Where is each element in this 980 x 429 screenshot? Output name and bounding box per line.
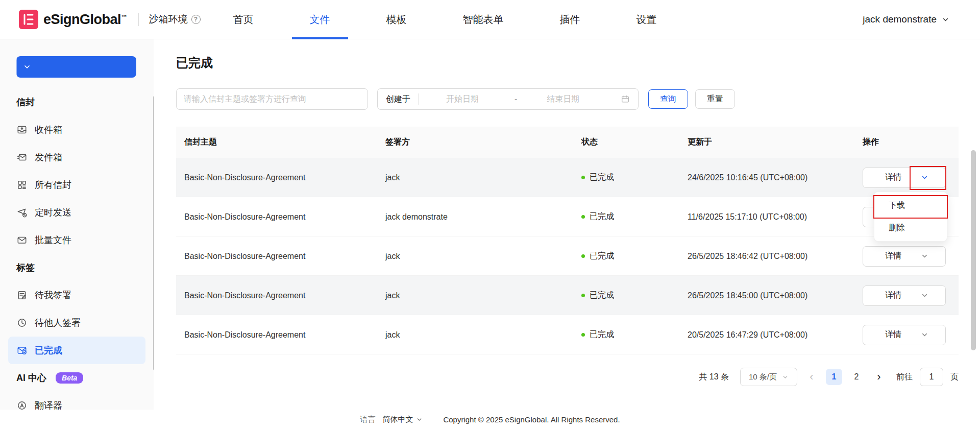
nav-tab[interactable]: 插件 <box>560 0 580 39</box>
nav-tab[interactable]: 首页 <box>233 0 254 39</box>
chevron-down-icon <box>416 416 423 423</box>
clock-icon <box>16 317 28 328</box>
detail-button[interactable]: 详情 <box>863 168 946 188</box>
sidebar-item[interactable]: 批量文件 <box>0 226 154 254</box>
search-input[interactable] <box>176 88 368 110</box>
query-button[interactable]: 查询 <box>648 89 688 109</box>
sidebar-item-label: 翻译器 <box>35 399 62 410</box>
sidebar-item[interactable]: 待我签署 <box>0 281 154 309</box>
language-label: 语言 <box>360 415 375 424</box>
sidebar-item[interactable]: 翻译器 <box>0 392 154 410</box>
signer-name: jack demonstrate <box>385 212 581 222</box>
action-cell: 详情 <box>863 236 959 276</box>
page-numbers: 12 <box>826 369 865 385</box>
brand-name: eSignGlobal™ <box>43 12 127 28</box>
envelope-subject: Basic-Non-Disclosure-Agreement <box>176 330 385 340</box>
status-cell: 已完成 <box>581 290 688 301</box>
envelope-subject: Basic-Non-Disclosure-Agreement <box>176 173 385 182</box>
nav-tab[interactable]: 文件 <box>310 0 330 39</box>
envelope-subject: Basic-Non-Disclosure-Agreement <box>176 212 385 222</box>
end-date-field[interactable]: 结束日期 <box>547 94 579 105</box>
status-dot-icon <box>581 294 585 297</box>
updated-at: 24/6/2025 10:16:45 (UTC+08:00) <box>688 173 863 182</box>
status-cell: 已完成 <box>581 172 688 183</box>
table-row[interactable]: Basic-Non-Disclosure-Agreementjack已完成26/… <box>176 276 959 315</box>
sidebar-item-label: 所有信封 <box>35 179 71 191</box>
envelope-subject: Basic-Non-Disclosure-Agreement <box>176 291 385 300</box>
status-text: 已完成 <box>590 172 614 183</box>
send-options-toggle[interactable] <box>17 56 37 78</box>
sidebar-item[interactable]: 收件箱 <box>0 116 154 144</box>
detail-label: 详情 <box>885 172 901 183</box>
sidebar-item[interactable]: 已完成 <box>8 337 145 364</box>
chevron-down-icon[interactable] <box>921 174 928 181</box>
column-header: 状态 <box>581 137 688 148</box>
send-envelope-button[interactable]: 发送信封 <box>16 56 136 78</box>
signer-name: jack <box>385 173 581 182</box>
status-dot-icon <box>581 333 585 337</box>
sidebar-item[interactable]: 发件箱 <box>0 144 154 171</box>
table-row[interactable]: Basic-Non-Disclosure-Agreementjack已完成24/… <box>176 158 959 197</box>
action-cell: 详情下载删除 <box>863 158 959 197</box>
main-nav: 首页文件模板智能表单插件设置 <box>233 0 657 39</box>
detail-button[interactable]: 详情 <box>863 246 946 267</box>
reset-button[interactable]: 重置 <box>695 89 735 109</box>
detail-button[interactable]: 详情 <box>863 325 946 345</box>
table-header-row: 信封主题签署方状态更新于操作 <box>176 127 959 158</box>
page-scrollbar[interactable] <box>971 150 976 350</box>
completed-mail-icon <box>16 345 28 356</box>
dropdown-item[interactable]: 删除 <box>874 217 947 239</box>
chevron-down-icon[interactable] <box>921 292 928 299</box>
envelope-subject: Basic-Non-Disclosure-Agreement <box>176 252 385 261</box>
next-page-button[interactable]: › <box>872 370 886 384</box>
footer: 语言 简体中文 Copyright © 2025 eSignGlobal. Al… <box>0 410 980 429</box>
status-cell: 已完成 <box>581 211 688 222</box>
dropdown-item[interactable]: 下载 <box>874 194 947 217</box>
sidebar-menu: 信封收件箱发件箱所有信封定时发送批量文件标签待我签署待他人签署已完成AI 中心B… <box>0 88 154 410</box>
column-header: 操作 <box>863 137 959 148</box>
page-unit-label: 页 <box>950 372 959 383</box>
table-row[interactable]: Basic-Non-Disclosure-Agreementjack已完成20/… <box>176 315 959 354</box>
table-row[interactable]: Basic-Non-Disclosure-Agreementjack demon… <box>176 197 959 236</box>
start-date-field[interactable]: 开始日期 <box>446 94 479 105</box>
help-question-icon[interactable]: ? <box>191 15 201 24</box>
brand-logo[interactable]: eSignGlobal™ <box>19 10 127 29</box>
nav-tab[interactable]: 模板 <box>386 0 407 39</box>
sidebar-section-label: 信封 <box>0 88 154 116</box>
chevron-down-icon[interactable] <box>921 252 928 260</box>
scheduled-send-icon <box>16 207 28 218</box>
goto-page-input[interactable] <box>920 368 943 386</box>
sidebar-item[interactable]: 待他人签署 <box>0 309 154 337</box>
status-dot-icon <box>581 176 585 179</box>
page-size-select[interactable]: 10 条/页 <box>740 368 797 386</box>
user-menu[interactable]: jack demonstrate <box>863 14 949 25</box>
envelopes-table: 信封主题签署方状态更新于操作 Basic-Non-Disclosure-Agre… <box>176 127 959 354</box>
created-at-label: 创建于 <box>386 94 410 105</box>
pagination: 共 13 条 10 条/页 ‹ 12 › 前往 页 <box>176 368 959 386</box>
table-row[interactable]: Basic-Non-Disclosure-Agreementjack已完成26/… <box>176 236 959 276</box>
language-select[interactable]: 简体中文 <box>382 415 423 424</box>
action-cell: 详情 <box>863 276 959 315</box>
sidebar-scrollbar[interactable] <box>153 96 154 371</box>
filter-bar: 创建于 开始日期 - 结束日期 查询 重置 <box>176 88 959 110</box>
sidebar-item[interactable]: 所有信封 <box>0 171 154 199</box>
date-range-picker[interactable]: 创建于 开始日期 - 结束日期 <box>377 88 639 110</box>
chevron-down-icon[interactable] <box>921 331 928 339</box>
detail-label: 详情 <box>885 329 901 340</box>
prev-page-button[interactable]: ‹ <box>804 370 819 384</box>
nav-tab[interactable]: 设置 <box>636 0 657 39</box>
total-count: 共 13 条 <box>699 372 729 383</box>
updated-at: 11/6/2025 15:17:10 (UTC+08:00) <box>688 212 863 222</box>
signer-name: jack <box>385 252 581 261</box>
action-dropdown-menu: 下载删除 <box>874 192 947 242</box>
page-number-button[interactable]: 2 <box>848 369 865 385</box>
detail-button[interactable]: 详情 <box>863 285 946 306</box>
page-number-button[interactable]: 1 <box>826 369 842 385</box>
column-header: 签署方 <box>385 137 581 148</box>
status-dot-icon <box>581 254 585 258</box>
status-text: 已完成 <box>590 211 614 222</box>
all-envelopes-icon <box>16 179 28 190</box>
esign-logo-icon <box>19 10 38 29</box>
sidebar-item[interactable]: 定时发送 <box>0 199 154 226</box>
nav-tab[interactable]: 智能表单 <box>463 0 504 39</box>
